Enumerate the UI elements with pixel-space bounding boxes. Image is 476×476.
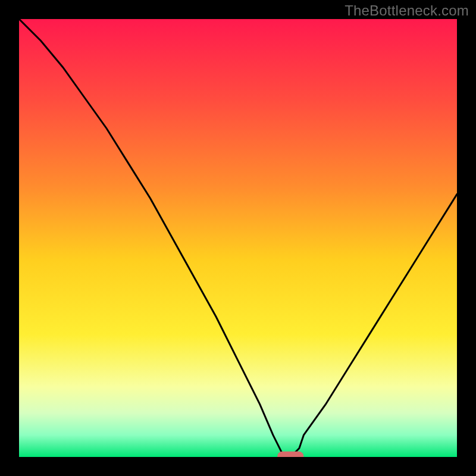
watermark-text: TheBottleneck.com: [345, 2, 469, 19]
bottleneck-curve-path: [19, 19, 457, 457]
chart-svg: [19, 19, 457, 457]
plot-area: [19, 19, 457, 457]
optimum-marker: [277, 452, 303, 457]
chart-frame: TheBottleneck.com: [0, 0, 476, 476]
